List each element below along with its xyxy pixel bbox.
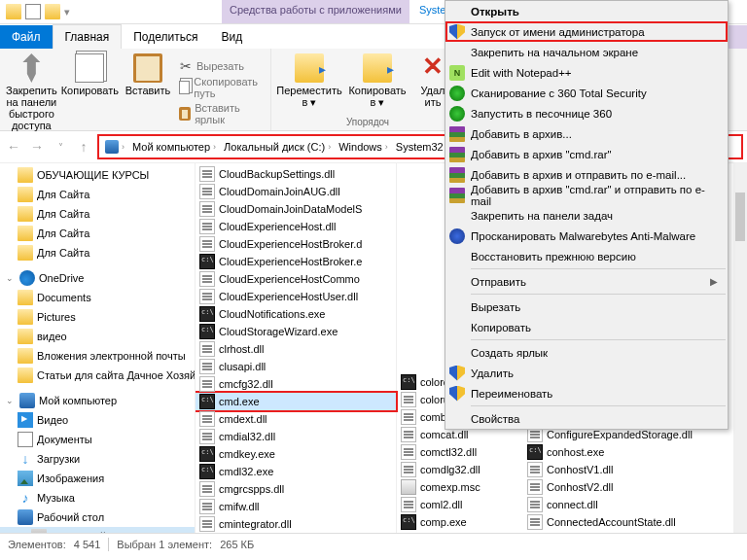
context-menu-item[interactable]: Добавить в архив и отправить по e-mail..… — [445, 164, 728, 185]
context-menu-item[interactable]: Добавить в архив... — [445, 123, 728, 144]
file-item[interactable]: connect.dll — [523, 496, 747, 513]
cut-button[interactable]: ✂Вырезать — [179, 58, 263, 74]
tree-item[interactable]: видео — [0, 327, 195, 346]
context-menu-item[interactable]: Свойства — [445, 408, 728, 429]
tree-item[interactable]: ⌄OneDrive — [0, 268, 195, 288]
tree-item[interactable]: Вложения электронной почты — [0, 346, 195, 366]
file-item[interactable]: CloudNotifications.exe — [196, 305, 396, 323]
tree-item[interactable]: Рабочий стол — [0, 508, 195, 527]
context-menu-item[interactable]: Удалить — [445, 363, 728, 383]
file-item[interactable]: cmgrcspps.dll — [196, 480, 396, 498]
file-item[interactable]: clrhost.dll — [196, 340, 396, 358]
file-item[interactable]: cmdkey.exe — [196, 445, 396, 463]
context-menu-item[interactable]: NEdit with Notepad++ — [445, 62, 728, 83]
copy-to-button[interactable]: Копировать в ▾ — [343, 51, 411, 116]
file-item[interactable]: CloudExperienceHostCommo — [196, 270, 396, 288]
context-menu-item[interactable]: Закрепить на начальном экране — [445, 42, 728, 62]
file-item[interactable]: cmdial32.dll — [196, 428, 396, 445]
tab-share[interactable]: Поделиться — [122, 25, 209, 49]
qat-props-icon[interactable] — [25, 4, 41, 19]
scrollbar-thumb[interactable] — [735, 192, 745, 241]
folder-icon — [18, 329, 33, 344]
tree-item[interactable]: Pictures — [0, 307, 195, 327]
file-item[interactable]: cmifw.dll — [196, 498, 396, 515]
tree-item[interactable]: Видео — [0, 410, 195, 430]
tree-item[interactable]: ОБУЧАЮЩИЕ КУРСЫ — [0, 165, 195, 185]
paste-button[interactable]: Вставить — [121, 51, 175, 134]
nav-up-button[interactable]: ↑ — [74, 137, 93, 157]
qat-dropdown-icon[interactable]: ▾ — [64, 6, 70, 18]
context-menu-item[interactable]: Отправить▶ — [445, 271, 728, 292]
file-item[interactable]: CloudExperienceHostBroker.e — [196, 253, 396, 270]
tree-item[interactable]: ♪Музыка — [0, 488, 195, 508]
context-menu-item[interactable]: Запуск от имени администратора — [445, 21, 728, 42]
file-item[interactable]: CloudBackupSettings.dll — [196, 165, 396, 183]
move-to-button[interactable]: Переместить в ▾ — [275, 51, 343, 116]
file-item[interactable]: ConhostV1.dll — [523, 461, 747, 478]
tree-item[interactable]: Статьи для сайта Дачное Хозяйство — [0, 366, 195, 385]
file-item[interactable]: cmdl32.exe — [196, 463, 396, 480]
nav-tree[interactable]: ОБУЧАЮЩИЕ КУРСЫДля СайтаДля СайтаДля Сай… — [0, 163, 196, 533]
context-menu-item[interactable]: Сканирование с 360 Total Security — [445, 83, 728, 103]
file-item[interactable]: cmdext.dll — [196, 410, 396, 428]
file-item[interactable]: conhost.exe — [523, 443, 747, 461]
app-icon — [401, 479, 416, 495]
file-item[interactable]: coml2.dll — [397, 496, 523, 513]
tree-item[interactable]: Для Сайта — [0, 204, 195, 224]
tree-item[interactable]: Документы — [0, 430, 195, 449]
context-menu-item[interactable]: Создать ярлык — [445, 342, 728, 363]
context-menu-item[interactable]: Вырезать — [445, 297, 728, 317]
tree-item-label: Documents — [37, 292, 91, 303]
nav-recent-button[interactable]: ˅ — [51, 137, 70, 157]
file-item[interactable]: CloudDomainJoinDataModelS — [196, 200, 396, 218]
pin-button[interactable]: Закрепить на панели быстрого доступа — [4, 51, 59, 134]
exe-icon — [401, 374, 416, 390]
tree-item[interactable]: ↓Загрузки — [0, 449, 195, 469]
tab-file[interactable]: Файл — [0, 25, 53, 49]
file-item[interactable]: CloudDomainJoinAUG.dll — [196, 183, 396, 200]
tree-item[interactable]: Изображения — [0, 469, 195, 488]
tab-view[interactable]: Вид — [209, 25, 254, 49]
qat-newfolder-icon[interactable] — [45, 4, 60, 19]
tree-item[interactable]: Для Сайта — [0, 185, 195, 204]
file-item[interactable]: comexp.msc — [397, 478, 523, 496]
file-item[interactable]: cmcfg32.dll — [196, 375, 396, 393]
tab-home[interactable]: Главная — [53, 24, 123, 49]
context-menu-item[interactable]: Добавить в архив "cmd.rar" и отправить п… — [445, 185, 728, 205]
copy-path-button[interactable]: Скопировать путь — [179, 75, 263, 100]
file-item[interactable]: CloudStorageWizard.exe — [196, 323, 396, 340]
nav-forward-button[interactable]: → — [27, 137, 47, 157]
file-item[interactable]: CloudExperienceHostBroker.d — [196, 235, 396, 253]
file-item[interactable]: cmintegrator.dll — [196, 515, 396, 533]
copy-button[interactable]: Копировать — [59, 51, 121, 134]
context-menu[interactable]: ОткрытьЗапуск от имени администратораЗак… — [445, 0, 729, 430]
file-item[interactable]: ConnectedAccountState.dll — [523, 513, 747, 531]
context-menu-item[interactable]: Копировать — [445, 317, 728, 337]
context-menu-item[interactable]: Запустить в песочнице 360 — [445, 103, 728, 123]
file-item[interactable]: clusapi.dll — [196, 358, 396, 375]
context-menu-item[interactable]: Восстановить прежнюю версию — [445, 246, 728, 266]
context-menu-item[interactable]: Просканировать Malwarebytes Anti-Malware — [445, 226, 728, 246]
scrollbar[interactable] — [733, 163, 747, 533]
context-menu-item[interactable]: Закрепить на панели задач — [445, 205, 728, 226]
file-item[interactable]: comp.exe — [397, 513, 523, 531]
paste-shortcut-button[interactable]: Вставить ярлык — [179, 101, 263, 126]
file-item[interactable]: comdlg32.dll — [397, 461, 523, 478]
nav-back-button[interactable]: ← — [4, 137, 23, 157]
file-item[interactable]: cmd.exe — [196, 393, 396, 410]
tree-item[interactable]: ⌄Мой компьютер — [0, 391, 195, 410]
tree-item[interactable]: ⌄Локальный диск (C:) — [0, 527, 195, 533]
context-menu-item[interactable]: Добавить в архив "cmd.rar" — [445, 144, 728, 164]
tree-item[interactable]: Для Сайта — [0, 243, 195, 262]
tree-item[interactable]: Для Сайта — [0, 224, 195, 243]
file-item[interactable]: CloudExperienceHost.dll — [196, 218, 396, 235]
context-menu-item[interactable]: Открыть — [445, 1, 728, 21]
file-item[interactable]: ConhostV2.dll — [523, 478, 747, 496]
tree-item-label: Музыка — [37, 492, 75, 504]
tree-item[interactable]: Documents — [0, 288, 195, 307]
file-item[interactable]: comctl32.dll — [397, 443, 523, 461]
menu-item-label: Создать ярлык — [471, 347, 548, 359]
delete-icon: ✕ — [418, 53, 447, 83]
file-item[interactable]: CloudExperienceHostUser.dll — [196, 288, 396, 305]
context-menu-item[interactable]: Переименовать — [445, 383, 728, 403]
